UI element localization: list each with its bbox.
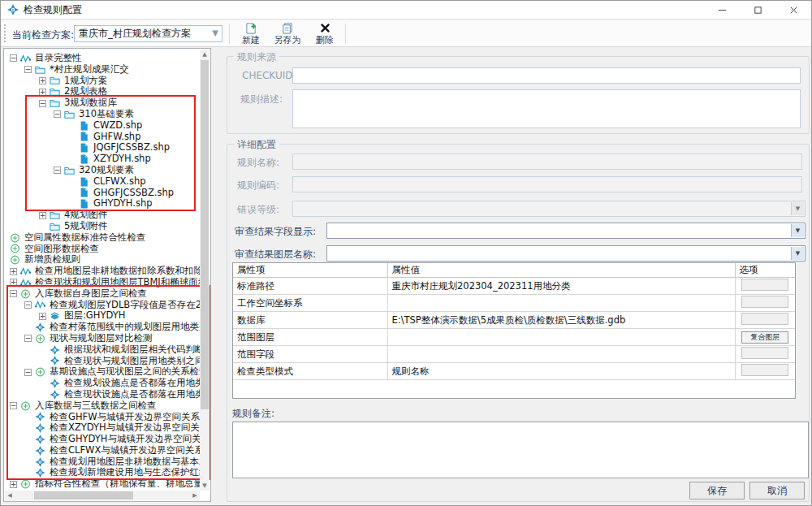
- tree-item[interactable]: +图层:GHYDYH: [5, 310, 200, 322]
- tree-item[interactable]: CWZD.shp: [5, 120, 200, 132]
- tree-item[interactable]: 空间图形数据检查: [5, 244, 200, 255]
- tree-item[interactable]: 检查规划设施点是否都落在用地类别属: [5, 378, 200, 389]
- scroll-down-icon[interactable]: ▼: [200, 481, 209, 491]
- property-value-cell[interactable]: E:\TSP整体演示数据\5成果质检\质检数据\三线数据.gdb: [387, 312, 735, 329]
- expand-icon[interactable]: +: [39, 313, 46, 320]
- scroll-up-icon[interactable]: ▲: [200, 50, 209, 59]
- result-field-combo[interactable]: ▼: [326, 223, 806, 239]
- minimize-button[interactable]: [704, 1, 740, 19]
- collapse-icon[interactable]: −: [10, 402, 17, 409]
- tree-item[interactable]: +检查现状和规划用地图层TBMJ和椭球面积是否相: [5, 277, 200, 288]
- tree-item[interactable]: JQGFJCSSBZ.shp: [5, 142, 200, 154]
- tree-item[interactable]: −入库数据自身图层之间检查: [5, 288, 200, 300]
- property-value-cell[interactable]: 规则名称: [387, 363, 735, 380]
- tree-item[interactable]: 空间属性数据标准符合性检查: [5, 232, 200, 244]
- tree-item[interactable]: 检查现状设施点是否都落在用地类别属: [5, 389, 200, 400]
- current-scheme-select[interactable]: 重庆市_村庄规划检查方案 ▼: [74, 25, 222, 42]
- vertical-scroll-thumb[interactable]: [201, 60, 209, 409]
- expand-icon[interactable]: +: [39, 212, 46, 219]
- tree-item[interactable]: −310基础要素: [5, 109, 200, 120]
- composite-layer-button[interactable]: 复合图层: [741, 331, 788, 344]
- tree-item[interactable]: 检查GHFW与城镇开发边界空间关系: [5, 412, 200, 423]
- tree-item[interactable]: 新增质检规则: [5, 254, 200, 266]
- tree-item[interactable]: 检查规划新增建设用地与生态保护红线的空: [5, 467, 200, 478]
- chevron-down-icon[interactable]: ▼: [791, 224, 804, 237]
- table-row[interactable]: 范围图层复合图层: [233, 329, 795, 346]
- scroll-left-icon[interactable]: ◀: [5, 491, 15, 500]
- rule-source-title: 规则来源: [234, 50, 279, 64]
- tree-item[interactable]: 检查CLFWX与城镇开发边界空间关系: [5, 445, 200, 456]
- scroll-right-icon[interactable]: ▶: [190, 491, 200, 500]
- tree-item[interactable]: +检查用地图层非耕地数据扣除系数和扣除面积是: [5, 266, 200, 277]
- expand-icon[interactable]: +: [10, 279, 17, 286]
- tree-item[interactable]: −3规划数据库: [5, 97, 200, 109]
- rule-name-label: 规则名称:: [237, 156, 279, 170]
- tree-horizontal-scrollbar[interactable]: ◀ ▶: [5, 491, 200, 500]
- tree-item[interactable]: −检查规划图层YDLB字段值是否存在210，220: [5, 300, 200, 311]
- tree-item[interactable]: −入库数据与三线数据之间检查: [5, 400, 200, 412]
- property-option-cell: [735, 312, 795, 329]
- table-row[interactable]: 工作空间坐标系: [233, 295, 795, 312]
- save-button[interactable]: 保存: [689, 482, 745, 500]
- save-as-button-label: 另存为: [274, 34, 301, 46]
- collapse-icon[interactable]: −: [54, 167, 61, 174]
- tree-item[interactable]: +1规划方案: [5, 76, 200, 87]
- tree-item[interactable]: CLFWX.shp: [5, 176, 200, 188]
- delete-button-label: 删除: [316, 34, 334, 46]
- cancel-button[interactable]: 取消: [749, 482, 805, 500]
- table-row[interactable]: 检查类型模式规则名称: [233, 363, 795, 380]
- property-value-cell[interactable]: [387, 329, 735, 346]
- tree-item[interactable]: 根据现状和规划图层相关代码判断项目: [5, 344, 200, 356]
- maximize-button[interactable]: [740, 1, 775, 19]
- tree-item[interactable]: GHFW.shp: [5, 132, 200, 143]
- property-value-cell[interactable]: [387, 346, 735, 363]
- table-row[interactable]: 范围字段: [233, 346, 795, 363]
- tree-item[interactable]: −现状与规划图层对比检测: [5, 333, 200, 344]
- collapse-icon[interactable]: −: [24, 369, 32, 376]
- tree-item[interactable]: +4规划图件: [5, 210, 200, 221]
- toolbar-grip: [4, 24, 6, 42]
- property-value-cell[interactable]: 重庆市村庄规划202304_202311用地分类: [387, 278, 735, 295]
- horizontal-scroll-thumb[interactable]: [34, 491, 133, 500]
- tree-item[interactable]: +2规划表格: [5, 86, 200, 97]
- new-button[interactable]: 新建: [234, 22, 268, 46]
- close-button[interactable]: [775, 1, 811, 19]
- tree-item[interactable]: −320规划要素: [5, 165, 200, 176]
- collapse-icon[interactable]: −: [39, 100, 46, 107]
- result-field-label: 审查结果字段显示:: [235, 225, 316, 239]
- rule-remark-textarea[interactable]: [232, 422, 809, 478]
- collapse-icon[interactable]: −: [24, 66, 32, 73]
- collapse-icon[interactable]: −: [10, 54, 17, 62]
- collapse-icon[interactable]: −: [54, 110, 61, 118]
- tree-vertical-scrollbar[interactable]: ▲ ▼: [200, 50, 209, 491]
- tree-item-label: JQGFJCSSBZ.shp: [93, 142, 170, 154]
- delete-button[interactable]: 删除: [308, 22, 342, 46]
- tree-item[interactable]: −目录完整性: [5, 53, 200, 64]
- expand-icon[interactable]: +: [10, 481, 17, 488]
- collapse-icon[interactable]: −: [10, 290, 17, 297]
- expand-icon[interactable]: +: [39, 89, 46, 96]
- result-layer-combo[interactable]: ▼: [326, 245, 806, 262]
- tree-item[interactable]: +指标符合性检查（耕地保有量、耕地总量、村: [5, 478, 200, 490]
- chevron-down-icon[interactable]: ▼: [791, 247, 804, 260]
- tree-item[interactable]: 检查XZYDYH与城镇开发边界空间关系: [5, 422, 200, 434]
- tree-item[interactable]: −基期设施点与现状图层之间的关系检查: [5, 366, 200, 378]
- tree-item[interactable]: GHYDYH.shp: [5, 198, 200, 210]
- tree-item[interactable]: 检查GHYDYH与城镇开发边界空间关系: [5, 434, 200, 445]
- tree-item[interactable]: GHGFJCSSBZ.shp: [5, 188, 200, 199]
- tree-item[interactable]: 检查村落范围线中的规划图层用地类别字段: [5, 322, 200, 333]
- property-value-cell[interactable]: [387, 295, 735, 312]
- tree-item-label: 检查现状和规划用地图层TBMJ和椭球面积是否相: [35, 277, 200, 288]
- tree-item[interactable]: −*村庄规划成果汇交: [5, 64, 200, 76]
- table-row[interactable]: 标准路径重庆市村庄规划202304_202311用地分类: [233, 278, 795, 295]
- collapse-icon[interactable]: −: [24, 335, 32, 342]
- expand-icon[interactable]: +: [39, 77, 46, 84]
- tree-item[interactable]: 5规划附件: [5, 221, 200, 232]
- tree-item[interactable]: 检查规划用地图层非耕地数据与基本农田的: [5, 456, 200, 468]
- save-as-button[interactable]: 另存为: [269, 22, 306, 46]
- expand-icon[interactable]: +: [10, 268, 17, 275]
- table-row[interactable]: 数据库E:\TSP整体演示数据\5成果质检\质检数据\三线数据.gdb: [233, 312, 795, 329]
- collapse-icon[interactable]: −: [24, 301, 32, 309]
- tree-item[interactable]: XZYDYH.shp: [5, 154, 200, 165]
- tree-item[interactable]: 检查现状与规划图层用地类别之间对应: [5, 356, 200, 367]
